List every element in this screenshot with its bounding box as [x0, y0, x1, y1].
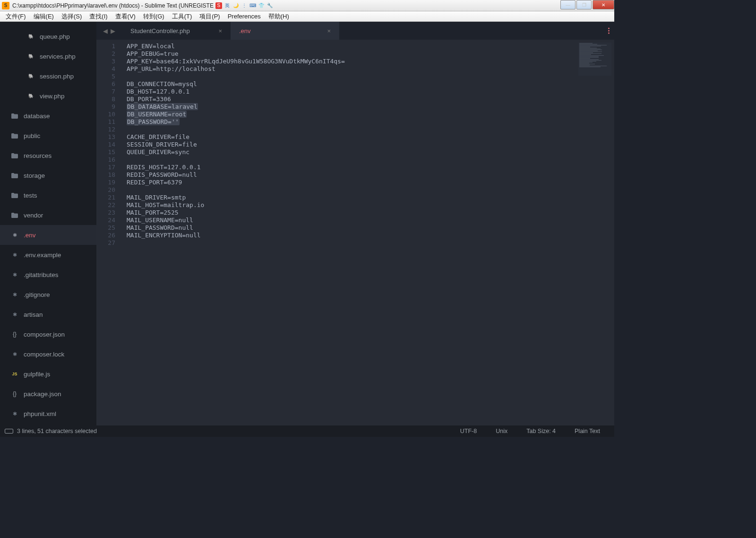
ime-icon: S [215, 2, 222, 9]
sidebar-item--env-example[interactable]: ✱.env.example [0, 245, 96, 265]
code-line-26[interactable]: MAIL_ENCRYPTION=null [127, 232, 614, 239]
menu-goto[interactable]: 转到(G) [139, 11, 168, 22]
close-button[interactable]: ✕ [593, 0, 614, 9]
status-syntax[interactable]: Plain Text [575, 428, 600, 434]
code-line-3[interactable]: APP_KEY=base64:IxkVvrRLqdJeU9h8vGu1W58OG… [127, 58, 614, 65]
code-line-14[interactable]: SESSION_DRIVER=file [127, 141, 614, 148]
sidebar-item-artisan[interactable]: ✱artisan [0, 304, 96, 324]
code-line-21[interactable]: MAIL_DRIVER=smtp [127, 194, 614, 201]
menu-file[interactable]: 文件(F) [2, 11, 30, 22]
sidebar-item-tests[interactable]: tests [0, 185, 96, 205]
code-line-8[interactable]: DB_PORT=3306 [127, 95, 614, 103]
code-line-23[interactable]: MAIL_PORT=2525 [127, 209, 614, 217]
code-content[interactable]: APP_ENV=localAPP_DEBUG=trueAPP_KEY=base6… [121, 40, 614, 425]
sidebar-item-label: .env.example [24, 252, 61, 259]
tab-close-icon[interactable]: × [327, 27, 331, 35]
code-line-7[interactable]: DB_HOST=127.0.0.1 [127, 88, 614, 95]
folder-icon [10, 133, 19, 139]
code-line-18[interactable]: REDIS_PASSWORD=null [127, 171, 614, 179]
code-line-12[interactable] [127, 126, 614, 133]
code-line-1[interactable]: APP_ENV=local [127, 43, 614, 50]
window-controls: — ❐ ✕ [559, 0, 614, 9]
menu-edit[interactable]: 编辑(E) [30, 11, 58, 22]
minimize-button[interactable]: — [560, 0, 576, 9]
code-line-19[interactable]: REDIS_PORT=6379 [127, 179, 614, 186]
maximize-button[interactable]: ❐ [576, 0, 592, 9]
code-line-6[interactable]: DB_CONNECTION=mysql [127, 80, 614, 88]
code-line-11[interactable]: DB_PASSWORD='' [127, 118, 614, 126]
code-line-16[interactable] [127, 156, 614, 164]
code-line-24[interactable]: MAIL_USERNAME=null [127, 217, 614, 224]
minimap[interactable] [578, 43, 611, 76]
sidebar-item-storage[interactable]: storage [0, 165, 96, 185]
tab-nav-arrows[interactable]: ◀ ▶ [96, 22, 122, 40]
status-tab-size[interactable]: Tab Size: 4 [526, 428, 556, 434]
sidebar-item-services-php[interactable]: 🐘services.php [0, 46, 96, 66]
star-icon: ✱ [10, 232, 19, 238]
tab-env[interactable]: .env × [231, 22, 339, 40]
menu-help[interactable]: 帮助(H) [265, 11, 293, 22]
sidebar-item-label: database [24, 113, 50, 120]
braces-icon: {} [10, 331, 19, 338]
sidebar-item-database[interactable]: database [0, 106, 96, 126]
nav-forward-icon[interactable]: ▶ [111, 27, 115, 35]
sidebar-item-view-php[interactable]: 🐘view.php [0, 86, 96, 106]
braces-icon: {} [10, 390, 19, 397]
sidebar-item--gitignore[interactable]: ✱.gitignore [0, 285, 96, 304]
sidebar-item-composer-json[interactable]: {}composer.json [0, 324, 96, 344]
sidebar-item-label: vendor [24, 212, 43, 219]
window-title: C:\xampp\htdocs\PHPprimary\laravel\.env … [12, 2, 214, 9]
menu-view[interactable]: 查看(V) [112, 11, 139, 22]
star-icon: ✱ [10, 411, 19, 417]
code-line-25[interactable]: MAIL_PASSWORD=null [127, 224, 614, 232]
folder-icon [10, 193, 19, 198]
status-encoding[interactable]: UTF-8 [460, 428, 477, 434]
sidebar-item-phpunit-xml[interactable]: ✱phpunit.xml [0, 404, 96, 424]
code-line-27[interactable] [127, 239, 614, 247]
nav-back-icon[interactable]: ◀ [103, 27, 108, 35]
sidebar-item--env[interactable]: ✱.env [0, 225, 96, 245]
code-line-5[interactable] [127, 73, 614, 80]
sidebar-item-label: session.php [40, 73, 74, 80]
code-line-4[interactable]: APP_URL=http://localhost [127, 65, 614, 73]
code-line-22[interactable]: MAIL_HOST=mailtrap.io [127, 201, 614, 209]
sidebar-item-resources[interactable]: resources [0, 146, 96, 165]
menu-selection[interactable]: 选择(S) [58, 11, 86, 22]
code-line-17[interactable]: REDIS_HOST=127.0.0.1 [127, 164, 614, 171]
code-line-9[interactable]: DB_DATABASE=laravel [127, 103, 614, 111]
menu-find[interactable]: 查找(I) [86, 11, 111, 22]
sidebar-item-label: services.php [40, 53, 76, 60]
sidebar-item-public[interactable]: public [0, 126, 96, 146]
sidebar-item-label: composer.lock [24, 351, 64, 358]
star-icon: ✱ [10, 351, 19, 357]
sidebar[interactable]: 🐘queue.php🐘services.php🐘session.php🐘view… [0, 22, 96, 425]
sidebar-item-package-json[interactable]: {}package.json [0, 384, 96, 404]
code-line-10[interactable]: DB_USERNAME=root [127, 111, 614, 118]
menu-tools[interactable]: 工具(T) [168, 11, 196, 22]
shirt-icon: 👕 [258, 2, 265, 9]
code-line-2[interactable]: APP_DEBUG=true [127, 50, 614, 58]
menu-preferences[interactable]: Preferences [224, 12, 265, 21]
menu-project[interactable]: 项目(P) [196, 11, 223, 22]
code-line-15[interactable]: QUEUE_DRIVER=sync [127, 148, 614, 156]
tab-close-icon[interactable]: × [218, 27, 222, 35]
php-icon: 🐘 [26, 94, 35, 98]
code-line-13[interactable]: CACHE_DRIVER=file [127, 133, 614, 141]
sidebar-item--gitattributes[interactable]: ✱.gitattributes [0, 265, 96, 285]
sidebar-item-queue-php[interactable]: 🐘queue.php [0, 26, 96, 46]
sidebar-item-label: tests [24, 192, 37, 199]
sidebar-item-session-php[interactable]: 🐘session.php [0, 66, 96, 86]
sidebar-item-gulpfile-js[interactable]: JSgulpfile.js [0, 364, 96, 384]
sidebar-item-label: package.json [24, 390, 61, 398]
sidebar-item-composer-lock[interactable]: ✱composer.lock [0, 344, 96, 364]
code-line-20[interactable] [127, 186, 614, 194]
moon-icon: 🌙 [232, 2, 239, 9]
tab-studentcontroller[interactable]: StudentController.php × [122, 22, 231, 40]
tab-bar: ◀ ▶ StudentController.php × .env × [96, 22, 614, 40]
status-line-ending[interactable]: Unix [496, 428, 507, 434]
sidebar-item-label: .env [24, 232, 36, 239]
sidebar-item-vendor[interactable]: vendor [0, 205, 96, 225]
status-panel-icon[interactable] [5, 429, 13, 434]
tab-overflow-icon[interactable] [608, 28, 610, 34]
editor-body[interactable]: 1234567891011121314151617181920212223242… [96, 40, 614, 425]
